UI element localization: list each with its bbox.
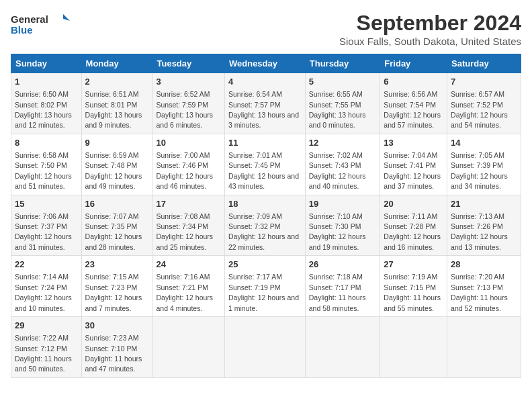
day-info: Sunrise: 7:16 AMSunset: 7:21 PMDaylight:… [156,273,213,312]
day-number: 26 [309,259,377,271]
day-info: Sunrise: 6:51 AMSunset: 8:01 PMDaylight:… [85,90,142,129]
day-info: Sunrise: 7:17 AMSunset: 7:19 PMDaylight:… [228,273,299,312]
day-info: Sunrise: 6:56 AMSunset: 7:54 PMDaylight:… [384,90,441,129]
table-row: 8 Sunrise: 6:58 AMSunset: 7:50 PMDayligh… [11,134,82,195]
day-info: Sunrise: 6:54 AMSunset: 7:57 PMDaylight:… [228,90,299,129]
table-row: 4 Sunrise: 6:54 AMSunset: 7:57 PMDayligh… [224,73,305,134]
table-row: 20 Sunrise: 7:11 AMSunset: 7:28 PMDaylig… [380,195,447,256]
table-row: 9 Sunrise: 6:59 AMSunset: 7:48 PMDayligh… [81,134,152,195]
day-info: Sunrise: 7:07 AMSunset: 7:35 PMDaylight:… [85,212,142,251]
day-number: 27 [384,259,443,271]
table-row [224,317,305,378]
day-info: Sunrise: 6:57 AMSunset: 7:52 PMDaylight:… [451,90,508,129]
day-info: Sunrise: 7:11 AMSunset: 7:28 PMDaylight:… [384,212,441,251]
header-monday: Monday [81,54,152,73]
table-row: 17 Sunrise: 7:08 AMSunset: 7:34 PMDaylig… [152,195,225,256]
table-row: 28 Sunrise: 7:20 AMSunset: 7:13 PMDaylig… [447,256,521,317]
table-row [305,317,380,378]
calendar-week-row: 22 Sunrise: 7:14 AMSunset: 7:24 PMDaylig… [11,256,521,317]
day-number: 7 [451,76,517,88]
day-info: Sunrise: 7:06 AMSunset: 7:37 PMDaylight:… [15,212,72,251]
day-number: 24 [156,259,221,271]
table-row: 6 Sunrise: 6:56 AMSunset: 7:54 PMDayligh… [380,73,447,134]
header-tuesday: Tuesday [152,54,225,73]
day-number: 6 [384,76,443,88]
table-row: 14 Sunrise: 7:05 AMSunset: 7:39 PMDaylig… [447,134,521,195]
header-sunday: Sunday [11,54,82,73]
day-number: 29 [15,320,78,332]
day-number: 19 [309,198,377,210]
day-number: 3 [156,76,221,88]
header-thursday: Thursday [305,54,380,73]
table-row [447,317,521,378]
svg-marker-2 [63,14,70,21]
table-row: 13 Sunrise: 7:04 AMSunset: 7:41 PMDaylig… [380,134,447,195]
calendar-week-row: 1 Sunrise: 6:50 AMSunset: 8:02 PMDayligh… [11,73,521,134]
page-title: September 2024 [339,11,521,36]
logo-svg: General Blue [11,11,71,38]
header-friday: Friday [380,54,447,73]
day-number: 1 [15,76,78,88]
svg-text:Blue: Blue [11,24,33,36]
calendar-week-row: 8 Sunrise: 6:58 AMSunset: 7:50 PMDayligh… [11,134,521,195]
day-info: Sunrise: 7:04 AMSunset: 7:41 PMDaylight:… [384,151,441,190]
table-row: 12 Sunrise: 7:02 AMSunset: 7:43 PMDaylig… [305,134,380,195]
title-area: September 2024 Sioux Falls, South Dakota… [339,11,521,47]
day-number: 28 [451,259,517,271]
calendar-header-row: Sunday Monday Tuesday Wednesday Thursday… [11,54,521,73]
day-info: Sunrise: 7:09 AMSunset: 7:32 PMDaylight:… [228,212,299,251]
day-info: Sunrise: 7:14 AMSunset: 7:24 PMDaylight:… [15,273,72,312]
day-number: 13 [384,137,443,149]
header-saturday: Saturday [447,54,521,73]
day-number: 10 [156,137,221,149]
table-row: 2 Sunrise: 6:51 AMSunset: 8:01 PMDayligh… [81,73,152,134]
day-number: 4 [228,76,302,88]
day-info: Sunrise: 7:10 AMSunset: 7:30 PMDaylight:… [309,212,366,251]
day-number: 15 [15,198,78,210]
table-row [152,317,225,378]
table-row: 5 Sunrise: 6:55 AMSunset: 7:55 PMDayligh… [305,73,380,134]
day-info: Sunrise: 7:08 AMSunset: 7:34 PMDaylight:… [156,212,213,251]
table-row: 11 Sunrise: 7:01 AMSunset: 7:45 PMDaylig… [224,134,305,195]
svg-text:General: General [11,13,48,25]
day-info: Sunrise: 6:52 AMSunset: 7:59 PMDaylight:… [156,90,213,129]
day-info: Sunrise: 7:00 AMSunset: 7:46 PMDaylight:… [156,151,213,190]
table-row: 15 Sunrise: 7:06 AMSunset: 7:37 PMDaylig… [11,195,82,256]
day-info: Sunrise: 7:18 AMSunset: 7:17 PMDaylight:… [309,273,366,312]
day-number: 22 [15,259,78,271]
table-row: 24 Sunrise: 7:16 AMSunset: 7:21 PMDaylig… [152,256,225,317]
day-info: Sunrise: 6:55 AMSunset: 7:55 PMDaylight:… [309,90,366,129]
day-number: 20 [384,198,443,210]
day-info: Sunrise: 7:23 AMSunset: 7:10 PMDaylight:… [85,334,142,373]
day-number: 9 [85,137,149,149]
header-wednesday: Wednesday [224,54,305,73]
day-info: Sunrise: 7:15 AMSunset: 7:23 PMDaylight:… [85,273,142,312]
day-info: Sunrise: 7:02 AMSunset: 7:43 PMDaylight:… [309,151,366,190]
day-info: Sunrise: 7:19 AMSunset: 7:15 PMDaylight:… [384,273,441,312]
table-row: 30 Sunrise: 7:23 AMSunset: 7:10 PMDaylig… [81,317,152,378]
table-row: 27 Sunrise: 7:19 AMSunset: 7:15 PMDaylig… [380,256,447,317]
table-row: 1 Sunrise: 6:50 AMSunset: 8:02 PMDayligh… [11,73,82,134]
day-number: 5 [309,76,377,88]
calendar-table: Sunday Monday Tuesday Wednesday Thursday… [11,54,521,378]
calendar-week-row: 29 Sunrise: 7:22 AMSunset: 7:12 PMDaylig… [11,317,521,378]
day-info: Sunrise: 6:59 AMSunset: 7:48 PMDaylight:… [85,151,142,190]
table-row: 22 Sunrise: 7:14 AMSunset: 7:24 PMDaylig… [11,256,82,317]
day-number: 8 [15,137,78,149]
table-row: 10 Sunrise: 7:00 AMSunset: 7:46 PMDaylig… [152,134,225,195]
table-row: 3 Sunrise: 6:52 AMSunset: 7:59 PMDayligh… [152,73,225,134]
day-info: Sunrise: 7:13 AMSunset: 7:26 PMDaylight:… [451,212,508,251]
calendar-week-row: 15 Sunrise: 7:06 AMSunset: 7:37 PMDaylig… [11,195,521,256]
day-number: 18 [228,198,302,210]
table-row: 19 Sunrise: 7:10 AMSunset: 7:30 PMDaylig… [305,195,380,256]
page-subtitle: Sioux Falls, South Dakota, United States [339,36,521,47]
day-number: 16 [85,198,149,210]
day-number: 12 [309,137,377,149]
day-info: Sunrise: 7:22 AMSunset: 7:12 PMDaylight:… [15,334,72,373]
logo: General Blue [11,11,71,38]
table-row: 21 Sunrise: 7:13 AMSunset: 7:26 PMDaylig… [447,195,521,256]
table-row: 29 Sunrise: 7:22 AMSunset: 7:12 PMDaylig… [11,317,82,378]
day-info: Sunrise: 7:05 AMSunset: 7:39 PMDaylight:… [451,151,508,190]
header: General Blue September 2024 Sioux Falls,… [11,11,521,47]
day-number: 14 [451,137,517,149]
